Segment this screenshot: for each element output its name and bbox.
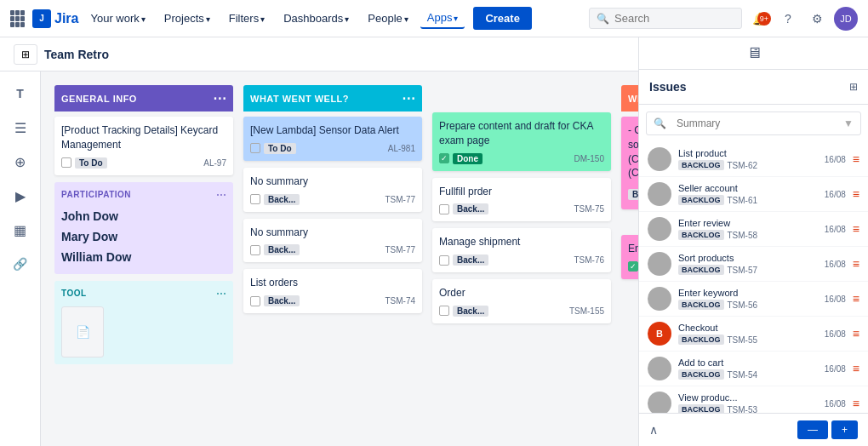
right-panel: 🖥 Issues ⊞ 🔍 ▼ List product BACKLOG TSM-…: [638, 37, 868, 71]
logo-text: Jira: [54, 11, 78, 26]
user-avatar[interactable]: JD: [834, 7, 858, 31]
notification-wrap: 🔔 9+: [747, 7, 771, 31]
right-panel-header: Issues ⊞: [639, 70, 868, 71]
board-view-toggle[interactable]: ⊞: [14, 44, 37, 65]
nav-apps[interactable]: Apps▾: [420, 8, 465, 29]
jira-icon: J: [32, 9, 51, 28]
board-toggle-icon: ⊞: [21, 49, 30, 60]
nav-filters[interactable]: Filters▾: [222, 9, 271, 28]
nav-people[interactable]: People▾: [361, 9, 414, 28]
nav-your-work[interactable]: Your work▾: [83, 9, 151, 28]
help-icon[interactable]: ?: [776, 7, 800, 31]
board-title: Team Retro: [44, 48, 109, 61]
search-input[interactable]: [614, 12, 734, 25]
top-nav: J Jira Your work▾ Projects▾ Filters▾ Das…: [0, 0, 868, 37]
settings-icon[interactable]: ⚙: [805, 7, 829, 31]
panel-monitor-icon: 🖥: [746, 44, 762, 62]
search-icon: 🔍: [597, 13, 609, 25]
nav-dashboards[interactable]: Dashboards▾: [277, 9, 356, 28]
nav-projects[interactable]: Projects▾: [157, 9, 217, 28]
notification-badge: 9+: [757, 12, 771, 26]
jira-logo[interactable]: J Jira: [32, 9, 78, 28]
create-button[interactable]: Create: [473, 7, 531, 30]
search-bar: 🔍: [589, 8, 742, 29]
apps-grid-icon[interactable]: [10, 10, 27, 27]
